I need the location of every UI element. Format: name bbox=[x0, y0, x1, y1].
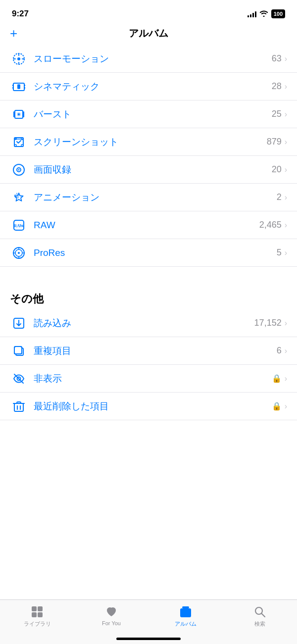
burst-count: 25 bbox=[272, 109, 282, 119]
imported-label: 読み込み bbox=[34, 317, 254, 330]
svg-rect-12 bbox=[13, 111, 14, 117]
chevron-icon: › bbox=[285, 110, 287, 119]
nav-item-albums[interactable]: アルバム bbox=[166, 605, 205, 628]
svg-rect-19 bbox=[21, 138, 23, 140]
search-nav-label: 検索 bbox=[254, 620, 265, 628]
svg-point-5 bbox=[17, 57, 20, 60]
slow-motion-count: 63 bbox=[272, 53, 282, 64]
search-nav-icon bbox=[253, 605, 267, 619]
svg-rect-8 bbox=[12, 87, 14, 89]
animation-count: 2 bbox=[277, 192, 282, 202]
screen-recording-label: 画面収録 bbox=[34, 163, 272, 176]
prores-icon bbox=[10, 246, 28, 260]
chevron-icon: › bbox=[285, 248, 287, 257]
chevron-icon: › bbox=[285, 319, 287, 328]
hidden-lock-icon: 🔒 bbox=[272, 374, 282, 383]
chevron-icon: › bbox=[285, 402, 287, 411]
wifi-icon bbox=[259, 10, 268, 18]
nav-item-for-you[interactable]: For You bbox=[92, 605, 131, 626]
screen-recording-count: 20 bbox=[272, 164, 282, 175]
svg-rect-13 bbox=[23, 111, 24, 117]
list-item[interactable]: スローモーション 63 › bbox=[0, 45, 297, 73]
svg-point-25 bbox=[18, 169, 20, 170]
raw-label: RAW bbox=[34, 220, 259, 231]
status-icons: 100 bbox=[248, 9, 285, 18]
duplicates-icon bbox=[10, 344, 28, 358]
svg-rect-37 bbox=[14, 403, 23, 411]
content-area: スローモーション 63 › シネマティック 28 › bbox=[0, 45, 297, 470]
burst-label: バースト bbox=[34, 108, 272, 121]
svg-rect-46 bbox=[182, 606, 189, 608]
svg-rect-10 bbox=[24, 87, 25, 89]
list-item[interactable]: バースト 25 › bbox=[0, 100, 297, 128]
svg-rect-20 bbox=[14, 145, 16, 147]
for-you-nav-icon bbox=[104, 605, 118, 619]
chevron-icon: › bbox=[285, 193, 287, 202]
list-item[interactable]: 画面収録 20 › bbox=[0, 156, 297, 184]
svg-line-48 bbox=[262, 614, 265, 617]
for-you-nav-label: For You bbox=[102, 620, 121, 626]
burst-icon bbox=[10, 107, 28, 121]
svg-rect-33 bbox=[14, 347, 22, 354]
library-nav-label: ライブラリ bbox=[24, 620, 51, 628]
slow-motion-label: スローモーション bbox=[34, 52, 272, 65]
chevron-icon: › bbox=[285, 347, 287, 355]
list-item[interactable]: RAW RAW 2,465 › bbox=[0, 211, 297, 239]
chevron-icon: › bbox=[285, 165, 287, 174]
list-item[interactable]: 非表示 🔒 › bbox=[0, 365, 297, 393]
screenshot-count: 879 bbox=[267, 137, 282, 147]
list-item[interactable]: アニメーション 2 › bbox=[0, 184, 297, 211]
status-time: 9:27 bbox=[12, 9, 29, 19]
svg-rect-43 bbox=[32, 612, 37, 617]
chevron-icon: › bbox=[285, 54, 287, 63]
slow-motion-icon bbox=[10, 52, 28, 66]
svg-rect-42 bbox=[38, 606, 43, 611]
svg-point-30 bbox=[18, 252, 20, 254]
svg-text:RAW: RAW bbox=[13, 223, 24, 228]
albums-nav-label: アルバム bbox=[175, 620, 197, 628]
cinematic-icon bbox=[10, 80, 28, 94]
recently-deleted-label: 最近削除した項目 bbox=[34, 400, 272, 413]
screenshot-icon bbox=[10, 135, 28, 149]
svg-rect-7 bbox=[12, 85, 14, 86]
home-indicator bbox=[116, 638, 181, 640]
animation-label: アニメーション bbox=[34, 191, 277, 204]
add-album-button[interactable]: + bbox=[10, 26, 17, 41]
list-item[interactable]: 重複項目 6 › bbox=[0, 337, 297, 365]
page-header: + アルバム bbox=[0, 25, 297, 45]
nav-item-search[interactable]: 検索 bbox=[240, 605, 280, 628]
list-item[interactable]: 最近削除した項目 🔒 › bbox=[0, 393, 297, 420]
svg-rect-41 bbox=[32, 606, 37, 611]
recently-deleted-lock-icon: 🔒 bbox=[272, 401, 282, 411]
list-item[interactable]: ProRes 5 › bbox=[0, 239, 297, 267]
screen-recording-icon bbox=[10, 163, 28, 177]
duplicates-label: 重複項目 bbox=[34, 345, 277, 357]
hidden-icon bbox=[10, 372, 28, 386]
status-bar: 9:27 100 bbox=[0, 0, 297, 25]
svg-rect-9 bbox=[24, 85, 25, 86]
imported-count: 17,152 bbox=[254, 318, 282, 328]
albums-nav-icon bbox=[179, 605, 193, 619]
imported-icon bbox=[10, 316, 28, 330]
screenshot-label: スクリーンショット bbox=[34, 136, 267, 149]
duplicates-count: 6 bbox=[277, 346, 282, 356]
battery-icon: 100 bbox=[271, 9, 285, 18]
prores-count: 5 bbox=[277, 248, 282, 258]
cinematic-label: シネマティック bbox=[34, 80, 272, 93]
library-nav-icon bbox=[30, 605, 44, 619]
nav-item-library[interactable]: ライブラリ bbox=[17, 605, 57, 628]
signal-icon bbox=[248, 10, 256, 17]
chevron-icon: › bbox=[285, 138, 287, 147]
chevron-icon: › bbox=[285, 221, 287, 230]
hidden-label: 非表示 bbox=[34, 372, 272, 385]
svg-rect-44 bbox=[38, 612, 43, 617]
prores-label: ProRes bbox=[34, 248, 277, 258]
list-item[interactable]: スクリーンショット 879 › bbox=[0, 128, 297, 156]
svg-rect-45 bbox=[180, 608, 191, 617]
list-item[interactable]: 読み込み 17,152 › bbox=[0, 309, 297, 337]
raw-icon: RAW bbox=[10, 218, 28, 232]
raw-count: 2,465 bbox=[259, 220, 282, 230]
list-item[interactable]: シネマティック 28 › bbox=[0, 73, 297, 100]
page-title: アルバム bbox=[129, 27, 168, 40]
chevron-icon: › bbox=[285, 374, 287, 383]
